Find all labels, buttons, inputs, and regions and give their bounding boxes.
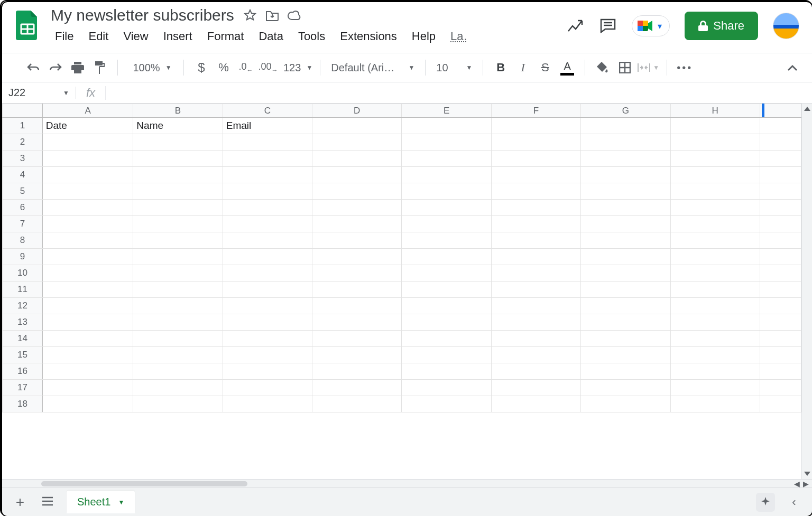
cell[interactable] <box>760 347 801 363</box>
star-icon[interactable] <box>243 8 257 23</box>
cell[interactable] <box>491 249 580 265</box>
column-header-B[interactable]: B <box>133 104 223 118</box>
cell[interactable] <box>670 216 760 232</box>
row-header[interactable]: 16 <box>3 363 43 380</box>
cell[interactable] <box>670 167 760 183</box>
cell[interactable] <box>581 134 670 151</box>
row-header[interactable]: 10 <box>3 265 43 282</box>
comment-history-icon[interactable] <box>599 17 617 35</box>
format-percent-button[interactable]: % <box>214 58 234 78</box>
cell[interactable] <box>133 347 223 363</box>
cell[interactable] <box>760 265 801 282</box>
cell[interactable] <box>223 265 312 282</box>
cell[interactable] <box>670 265 760 282</box>
column-header-A[interactable]: A <box>42 104 133 118</box>
cell[interactable] <box>491 134 580 151</box>
print-button[interactable] <box>68 58 88 78</box>
cell[interactable] <box>760 118 801 134</box>
cell[interactable] <box>312 314 402 331</box>
collapse-toolbar-button[interactable] <box>782 58 802 78</box>
cell[interactable] <box>42 396 133 412</box>
cell[interactable] <box>760 314 801 331</box>
cell[interactable] <box>581 167 670 183</box>
cell[interactable] <box>581 363 670 380</box>
show-side-panel-button[interactable]: ‹ <box>786 495 802 509</box>
cell[interactable] <box>42 249 133 265</box>
meet-button[interactable]: ▾ <box>632 15 670 36</box>
menu-insert[interactable]: Insert <box>156 26 200 46</box>
cell[interactable] <box>760 183 801 200</box>
vertical-scrollbar[interactable] <box>801 104 812 479</box>
italic-button[interactable]: I <box>513 58 533 78</box>
row-header[interactable]: 1 <box>3 118 43 134</box>
cell[interactable] <box>42 134 133 151</box>
select-all-corner[interactable] <box>3 104 43 118</box>
cell[interactable] <box>133 331 223 347</box>
cell[interactable] <box>760 232 801 249</box>
cell[interactable] <box>670 380 760 396</box>
cell[interactable] <box>402 216 491 232</box>
cell[interactable] <box>491 118 580 134</box>
format-currency-button[interactable]: $ <box>191 58 211 78</box>
cell[interactable] <box>133 282 223 298</box>
cell[interactable] <box>223 151 312 167</box>
cell[interactable] <box>491 167 580 183</box>
cell[interactable] <box>491 396 580 412</box>
cell[interactable] <box>223 331 312 347</box>
cell[interactable] <box>402 298 491 314</box>
cell[interactable] <box>491 380 580 396</box>
bold-button[interactable]: B <box>491 58 511 78</box>
cell[interactable] <box>581 314 670 331</box>
cell[interactable] <box>223 298 312 314</box>
cell[interactable] <box>491 183 580 200</box>
cell[interactable] <box>133 314 223 331</box>
cell[interactable] <box>133 134 223 151</box>
cell[interactable] <box>42 216 133 232</box>
cell[interactable] <box>312 380 402 396</box>
cell[interactable] <box>670 183 760 200</box>
cell[interactable] <box>670 134 760 151</box>
cell[interactable] <box>42 167 133 183</box>
cell[interactable] <box>760 134 801 151</box>
cell[interactable] <box>133 363 223 380</box>
cell[interactable] <box>581 200 670 216</box>
row-header[interactable]: 15 <box>3 347 43 363</box>
name-box[interactable]: J22 ▼ <box>2 87 76 99</box>
cell[interactable] <box>581 151 670 167</box>
cell[interactable] <box>42 363 133 380</box>
cell[interactable] <box>670 363 760 380</box>
cell[interactable] <box>133 380 223 396</box>
cell[interactable] <box>133 216 223 232</box>
cell[interactable] <box>133 151 223 167</box>
cell[interactable] <box>670 298 760 314</box>
row-header[interactable]: 11 <box>3 282 43 298</box>
cell[interactable] <box>223 282 312 298</box>
add-sheet-button[interactable]: + <box>12 494 29 511</box>
cell[interactable] <box>42 347 133 363</box>
cell[interactable] <box>581 232 670 249</box>
cell[interactable]: Date <box>42 118 133 134</box>
menu-edit[interactable]: Edit <box>81 26 116 46</box>
more-formats-button[interactable]: 123▼ <box>280 58 312 78</box>
row-header[interactable]: 4 <box>3 167 43 183</box>
cell[interactable] <box>581 282 670 298</box>
strikethrough-button[interactable]: S <box>535 58 555 78</box>
cell[interactable] <box>312 216 402 232</box>
cell[interactable] <box>42 151 133 167</box>
hscroll-thumb[interactable] <box>41 481 247 486</box>
cell[interactable] <box>312 265 402 282</box>
cell[interactable] <box>42 232 133 249</box>
cell[interactable] <box>42 314 133 331</box>
cell[interactable] <box>402 200 491 216</box>
column-header-E[interactable]: E <box>402 104 491 118</box>
cell[interactable] <box>581 396 670 412</box>
column-header-G[interactable]: G <box>581 104 670 118</box>
cell[interactable] <box>223 314 312 331</box>
cell[interactable] <box>312 232 402 249</box>
cell[interactable]: Email <box>223 118 312 134</box>
cell[interactable] <box>760 331 801 347</box>
cell[interactable] <box>402 167 491 183</box>
cell[interactable] <box>402 331 491 347</box>
cell[interactable] <box>402 265 491 282</box>
column-header-C[interactable]: C <box>223 104 312 118</box>
